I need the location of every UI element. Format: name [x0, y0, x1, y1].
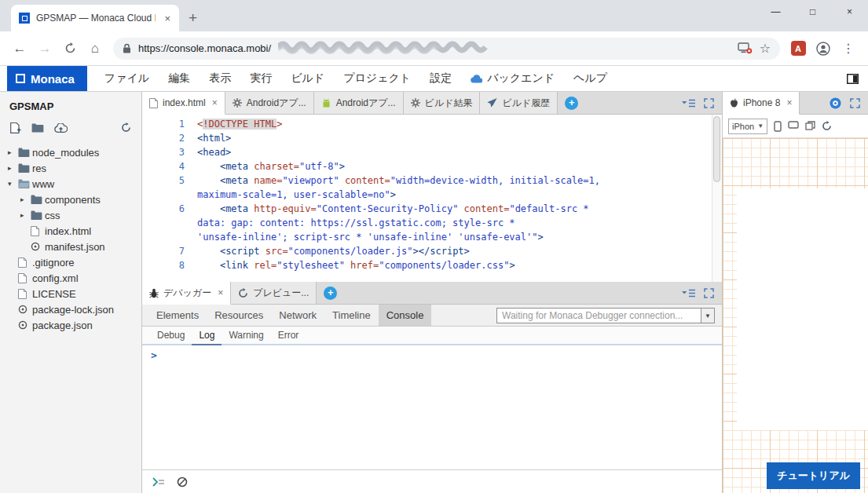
- phone-landscape-icon[interactable]: [788, 121, 799, 132]
- debugger-connection-dropdown[interactable]: Waiting for Monaca Debugger connection..…: [496, 308, 715, 323]
- code-line[interactable]: 7 <script src="components/loader.js"></s…: [142, 244, 722, 258]
- tree-item[interactable]: .gitignore: [0, 254, 141, 270]
- monaca-logo[interactable]: Monaca: [7, 66, 87, 91]
- tree-arrow-icon[interactable]: ▸: [8, 148, 18, 156]
- menu-item[interactable]: ファイル: [95, 66, 159, 91]
- code-line[interactable]: 'unsafe-inline'; script-src * 'unsafe-in…: [142, 230, 722, 244]
- tree-item[interactable]: package.json: [0, 317, 141, 333]
- phone-portrait-icon[interactable]: [774, 121, 782, 132]
- editor-tab[interactable]: ビルド履歴: [480, 92, 558, 114]
- code-line[interactable]: 4 <meta charset="utf-8">: [142, 159, 722, 173]
- block-icon[interactable]: [177, 477, 188, 488]
- log-filter-tab[interactable]: Log: [192, 327, 222, 345]
- menu-item[interactable]: バックエンド: [461, 66, 564, 91]
- new-tab-button[interactable]: +: [189, 11, 197, 25]
- devtools-tab[interactable]: Resources: [207, 305, 271, 326]
- editor-tab[interactable]: Androidアプ...: [225, 92, 314, 114]
- device-selector[interactable]: iPhon ▼: [728, 119, 767, 134]
- code-line[interactable]: 6 <meta http-equiv="Content-Security-Pol…: [142, 202, 722, 216]
- code-line[interactable]: 1<!DOCTYPE HTML>: [142, 117, 722, 131]
- menu-item[interactable]: ビルド: [281, 66, 334, 91]
- tab-close-icon[interactable]: ×: [212, 97, 218, 108]
- debugger-tab[interactable]: プレビュー...: [231, 282, 317, 304]
- tab-menu-icon[interactable]: [682, 99, 695, 108]
- devtools-tab[interactable]: Console: [379, 305, 432, 326]
- editor-tab[interactable]: Androidアプ...: [314, 92, 404, 114]
- tree-item[interactable]: package-lock.json: [0, 301, 141, 317]
- minimize-button[interactable]: —: [757, 0, 794, 24]
- menu-item[interactable]: 設定: [420, 66, 461, 91]
- add-editor-tab-button[interactable]: +: [565, 97, 578, 110]
- devtools-tab[interactable]: Elements: [148, 305, 207, 326]
- address-bar[interactable]: https://console.monaca.mobi/ ☆: [113, 38, 780, 60]
- home-icon[interactable]: ⌂: [83, 41, 107, 57]
- code-line[interactable]: 3<head>: [142, 145, 722, 159]
- browser-menu-icon[interactable]: ⋮: [837, 41, 860, 56]
- reload-icon[interactable]: [58, 42, 82, 54]
- tab-close-icon[interactable]: ×: [218, 287, 223, 298]
- new-folder-icon[interactable]: [31, 122, 44, 133]
- tab-close-icon[interactable]: ×: [786, 97, 792, 108]
- dropdown-arrow-icon[interactable]: ▼: [701, 309, 714, 323]
- tree-item[interactable]: LICENSE: [0, 286, 141, 301]
- expand-icon[interactable]: [704, 288, 714, 298]
- tree-item[interactable]: index.html: [0, 223, 141, 239]
- tutorial-button[interactable]: チュートリアル: [767, 462, 860, 489]
- tree-item[interactable]: ▸components: [0, 192, 141, 207]
- back-icon[interactable]: ←: [8, 41, 31, 57]
- editor-tab[interactable]: ビルド結果: [404, 92, 481, 114]
- tree-item[interactable]: ▸res: [0, 160, 141, 176]
- tree-item[interactable]: manifest.json: [0, 239, 141, 254]
- tree-arrow-icon[interactable]: ▸: [8, 164, 18, 172]
- code-line[interactable]: 5 <meta name="viewport" content="width=d…: [142, 173, 722, 188]
- add-debugger-tab-button[interactable]: +: [324, 287, 337, 300]
- forward-icon[interactable]: →: [33, 41, 57, 57]
- devtools-tab[interactable]: Network: [271, 305, 324, 326]
- editor-scrollbar[interactable]: [712, 115, 722, 282]
- menu-item[interactable]: プロジェクト: [334, 66, 420, 91]
- log-filter-tab[interactable]: Debug: [150, 327, 192, 344]
- maximize-button[interactable]: □: [794, 0, 831, 24]
- menu-item[interactable]: ヘルプ: [564, 66, 617, 91]
- pdf-extension-icon[interactable]: A: [786, 41, 810, 56]
- tree-item[interactable]: ▸node_modules: [0, 144, 141, 160]
- tree-item[interactable]: ▸css: [0, 207, 141, 223]
- tree-item[interactable]: config.xml: [0, 270, 141, 286]
- profile-icon[interactable]: [811, 42, 835, 56]
- console-input-icon[interactable]: [152, 477, 165, 487]
- code-line[interactable]: data: gap: content: https://ssl.gstatic.…: [142, 216, 722, 230]
- tree-arrow-icon[interactable]: ▸: [20, 211, 31, 219]
- tree-arrow-icon[interactable]: ▸: [20, 195, 31, 203]
- close-button[interactable]: ×: [831, 0, 868, 24]
- log-filter-tab[interactable]: Warning: [222, 327, 270, 344]
- code-line[interactable]: 8 <link rel="stylesheet" href="component…: [142, 258, 722, 272]
- bookmark-star-icon[interactable]: ☆: [760, 41, 771, 56]
- cloud-upload-icon[interactable]: [54, 123, 68, 133]
- editor-tab[interactable]: index.html×: [142, 92, 225, 115]
- editor-scrollbar-thumb[interactable]: [713, 116, 720, 182]
- menu-item[interactable]: 編集: [159, 66, 200, 91]
- code-line[interactable]: 2<html>: [142, 131, 722, 145]
- new-file-icon[interactable]: [10, 122, 21, 133]
- tab-menu-icon[interactable]: [682, 289, 695, 298]
- console-output[interactable]: >: [142, 345, 722, 469]
- devtools-tab[interactable]: Timeline: [324, 305, 379, 326]
- log-filter-tab[interactable]: Error: [271, 327, 306, 344]
- tree-arrow-icon[interactable]: ▾: [8, 180, 18, 188]
- tab-close-icon[interactable]: ×: [162, 13, 173, 24]
- debugger-tab[interactable]: デバッガー×: [142, 282, 231, 305]
- code-editor[interactable]: 1<!DOCTYPE HTML>2<html>3<head>4 <meta ch…: [142, 115, 722, 282]
- code-line[interactable]: maximum-scale=1, user-scalable=no">: [142, 188, 722, 202]
- console-prompt[interactable]: >: [151, 349, 157, 361]
- refresh-icon[interactable]: [822, 121, 832, 132]
- tree-item[interactable]: ▾www: [0, 176, 141, 192]
- expand-icon[interactable]: [704, 98, 714, 108]
- refresh-icon[interactable]: [121, 122, 131, 133]
- expand-icon[interactable]: [850, 98, 860, 108]
- debugger-circle-icon[interactable]: [830, 97, 841, 109]
- popup-window-icon[interactable]: [805, 121, 815, 132]
- menu-item[interactable]: 実行: [240, 66, 281, 91]
- panel-toggle-icon[interactable]: [847, 74, 859, 84]
- browser-tab[interactable]: GPSMAP — Monaca Cloud IDE ×: [11, 5, 179, 31]
- device-tab[interactable]: iPhone 8 ×: [723, 92, 800, 115]
